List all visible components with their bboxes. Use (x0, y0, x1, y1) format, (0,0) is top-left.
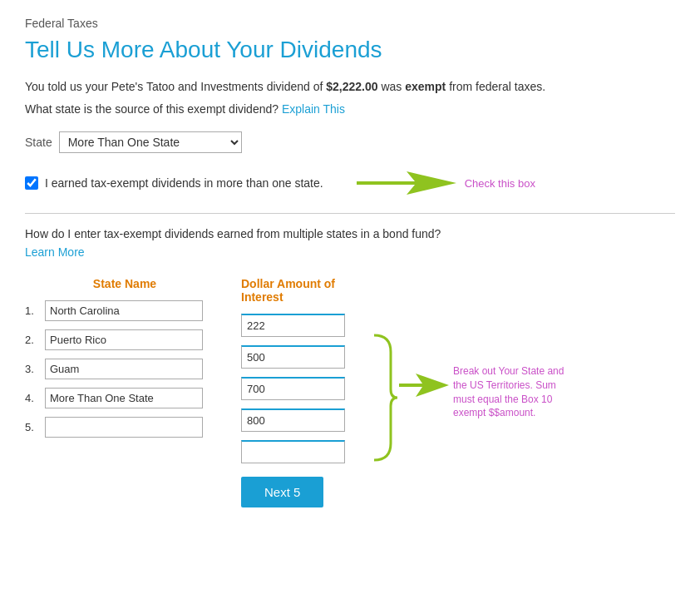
table-row: 1. (25, 300, 224, 321)
state-label: State (25, 136, 52, 149)
intro-pre: You told us your Pete's Tatoo and Invest… (25, 80, 326, 93)
intro-paragraph: You told us your Pete's Tatoo and Invest… (25, 78, 675, 96)
right-arrow-icon (399, 370, 449, 400)
intro-line2: What state is the source of this exempt … (25, 101, 675, 118)
amount-input-1[interactable] (241, 314, 345, 337)
state-input-2[interactable] (45, 329, 203, 350)
table-row: 3. (25, 359, 224, 379)
checkbox-row: I earned tax-exempt dividends in more th… (25, 168, 675, 214)
row-number-2: 2. (25, 334, 40, 346)
intro-amount: $2,222.00 (326, 80, 377, 93)
right-annotation: Break out Your State and the US Territor… (366, 327, 569, 468)
state-col-header: State Name (25, 277, 224, 290)
row-number-3: 3. (25, 363, 40, 375)
table-row: 4. (25, 388, 224, 408)
row-number-5: 5. (25, 421, 40, 433)
check-this-box-text: Check this box (465, 177, 535, 190)
checkbox-label: I earned tax-exempt dividends in more th… (45, 176, 323, 190)
table-row: 5. (25, 417, 224, 438)
federal-taxes-label: Federal Taxes (25, 17, 675, 30)
table-section: State Name 1. 2. 3. 4. 5. Dollar Amount … (25, 277, 675, 507)
row-number-4: 4. (25, 392, 40, 404)
annotation-text: Break out Your State and the US Territor… (453, 364, 569, 420)
page-title: Tell Us More About Your Dividends (25, 37, 675, 63)
intro-post: from federal taxes. (446, 80, 545, 93)
state-selector-row: State More Than One State (25, 131, 675, 153)
intro-exempt: exempt (405, 80, 446, 93)
row-number-1: 1. (25, 304, 40, 317)
arrow-icon (357, 168, 456, 198)
amount-input-5[interactable] (241, 440, 345, 463)
table-row: 2. (25, 329, 224, 350)
state-input-4[interactable] (45, 388, 203, 408)
state-input-5[interactable] (45, 417, 203, 438)
tax-exempt-checkbox[interactable] (25, 176, 38, 190)
state-name-column: State Name 1. 2. 3. 4. 5. (25, 277, 224, 446)
state-input-1[interactable] (45, 300, 203, 321)
svg-marker-0 (357, 171, 456, 195)
amount-input-3[interactable] (241, 377, 345, 400)
amount-input-2[interactable] (241, 345, 345, 369)
question-text: How do I enter tax-exempt dividends earn… (25, 227, 675, 240)
learn-more-link[interactable]: Learn More (25, 245, 85, 259)
state-dropdown[interactable]: More Than One State (59, 131, 242, 153)
state-input-3[interactable] (45, 359, 203, 379)
amount-input-4[interactable] (241, 408, 345, 432)
next-button[interactable]: Next 5 (241, 477, 323, 507)
brace-icon (366, 327, 399, 468)
svg-marker-1 (399, 374, 449, 397)
explain-link[interactable]: Explain This (282, 102, 345, 116)
intro-mid: was (378, 80, 406, 93)
check-this-box-annotation: Check this box (357, 168, 535, 198)
amount-inputs (241, 314, 349, 472)
dollar-col-header: Dollar Amount of Interest (241, 277, 349, 304)
dollar-amount-column: Dollar Amount of Interest Next 5 (241, 277, 349, 507)
